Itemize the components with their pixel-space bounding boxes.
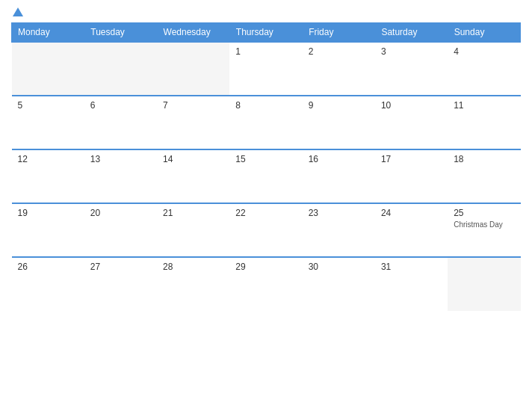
day-number: 12 — [18, 154, 28, 164]
weekday-header-saturday: Saturday — [375, 23, 448, 43]
day-number: 11 — [454, 100, 463, 111]
calendar-cell — [157, 42, 229, 96]
calendar-cell: 29 — [229, 257, 302, 311]
calendar-week-row: 19202122232425Christmas Day — [12, 203, 521, 257]
day-number: 30 — [309, 262, 318, 272]
calendar-week-row: 567891011 — [12, 96, 521, 149]
weekday-header-friday: Friday — [303, 23, 375, 43]
calendar-cell: 30 — [303, 257, 375, 311]
calendar-cell — [448, 257, 520, 311]
day-number: 1 — [235, 46, 241, 57]
day-number: 8 — [235, 100, 241, 111]
day-number: 27 — [90, 262, 100, 272]
day-number: 10 — [381, 100, 391, 111]
calendar-cell: 2 — [303, 42, 375, 96]
day-number: 5 — [18, 100, 23, 111]
day-number: 19 — [18, 208, 28, 218]
day-number: 18 — [454, 154, 463, 164]
weekday-header-sunday: Sunday — [448, 23, 520, 43]
calendar-cell: 6 — [84, 96, 157, 149]
calendar-grid: MondayTuesdayWednesdayThursdayFridaySatu… — [11, 22, 521, 311]
calendar-cell: 5 — [12, 96, 84, 149]
day-number: 4 — [454, 46, 459, 57]
calendar-week-row: 1234 — [12, 42, 521, 96]
day-number: 16 — [309, 154, 318, 164]
calendar-header — [11, 7, 521, 16]
day-number: 29 — [235, 262, 245, 272]
calendar-cell: 15 — [229, 149, 302, 203]
calendar-cell: 25Christmas Day — [448, 203, 520, 257]
calendar-container: MondayTuesdayWednesdayThursdayFridaySatu… — [0, 0, 532, 411]
logo-triangle-icon — [13, 7, 23, 16]
day-number: 21 — [163, 208, 173, 218]
calendar-cell: 8 — [229, 96, 302, 149]
calendar-cell: 22 — [229, 203, 302, 257]
day-number: 7 — [163, 100, 168, 111]
calendar-cell: 28 — [157, 257, 229, 311]
calendar-cell: 12 — [12, 149, 84, 203]
calendar-cell: 19 — [12, 203, 84, 257]
day-number: 23 — [309, 208, 318, 218]
calendar-cell: 3 — [375, 42, 448, 96]
day-number: 26 — [18, 262, 28, 272]
calendar-cell: 10 — [375, 96, 448, 149]
calendar-week-row: 12131415161718 — [12, 149, 521, 203]
calendar-cell: 26 — [12, 257, 84, 311]
weekday-header-row: MondayTuesdayWednesdayThursdayFridaySatu… — [12, 23, 521, 43]
calendar-cell: 13 — [84, 149, 157, 203]
day-number: 2 — [309, 46, 314, 57]
day-number: 15 — [235, 154, 245, 164]
logo — [11, 7, 23, 16]
calendar-cell: 18 — [448, 149, 520, 203]
calendar-cell: 7 — [157, 96, 229, 149]
day-number: 22 — [235, 208, 245, 218]
weekday-header-wednesday: Wednesday — [157, 23, 229, 43]
calendar-cell: 14 — [157, 149, 229, 203]
holiday-label: Christmas Day — [454, 220, 514, 229]
day-number: 25 — [454, 208, 463, 218]
calendar-cell: 31 — [375, 257, 448, 311]
calendar-cell: 11 — [448, 96, 520, 149]
calendar-cell: 4 — [448, 42, 520, 96]
calendar-cell: 17 — [375, 149, 448, 203]
day-number: 13 — [90, 154, 100, 164]
calendar-cell: 27 — [84, 257, 157, 311]
day-number: 6 — [90, 100, 96, 111]
day-number: 28 — [163, 262, 173, 272]
calendar-cell: 24 — [375, 203, 448, 257]
calendar-cell: 23 — [303, 203, 375, 257]
day-number: 3 — [381, 46, 386, 57]
weekday-header-thursday: Thursday — [229, 23, 302, 43]
calendar-cell: 21 — [157, 203, 229, 257]
day-number: 24 — [381, 208, 391, 218]
calendar-cell: 20 — [84, 203, 157, 257]
day-number: 14 — [163, 154, 173, 164]
day-number: 17 — [381, 154, 391, 164]
weekday-header-monday: Monday — [12, 23, 84, 43]
calendar-cell: 1 — [229, 42, 302, 96]
calendar-cell: 16 — [303, 149, 375, 203]
calendar-cell — [84, 42, 157, 96]
calendar-week-row: 262728293031 — [12, 257, 521, 311]
calendar-cell: 9 — [303, 96, 375, 149]
day-number: 31 — [381, 262, 391, 272]
weekday-header-tuesday: Tuesday — [84, 23, 157, 43]
day-number: 9 — [309, 100, 314, 111]
day-number: 20 — [90, 208, 100, 218]
calendar-cell — [12, 42, 84, 96]
